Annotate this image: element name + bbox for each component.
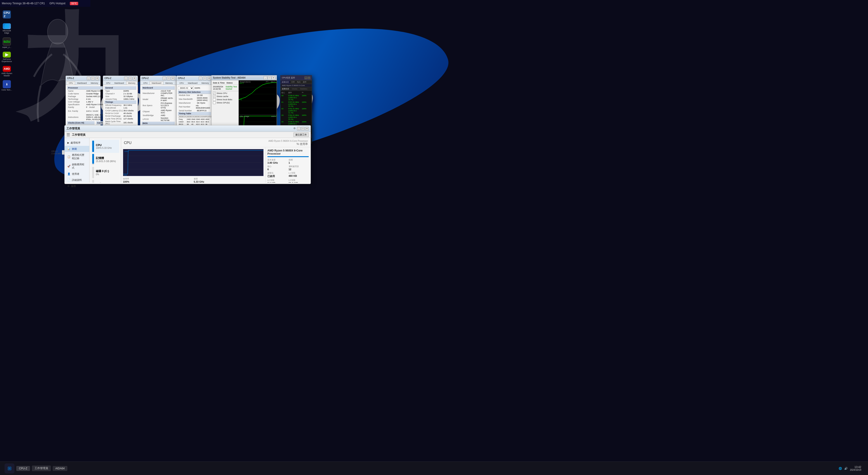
aida-max[interactable]: □ — [268, 76, 271, 80]
cpu-monitor-subheader: 超频信息 Clocks Statistics — [281, 87, 312, 91]
cpuz2-titlebar[interactable]: CPU-Z _ □ × — [103, 76, 138, 81]
cpu-monitor-tab-voltage[interactable]: 电压 — [296, 80, 302, 84]
tm-sidebar-apphistory-label: 應用程式歷程記錄 — [72, 153, 87, 160]
tm-cpu-info-panel: AMD Ryzen 5 9600X 6-Core Processor 基本速度 … — [266, 147, 311, 183]
spec-virtualization: 虛擬化 已啟用 — [268, 172, 288, 178]
cpuz4-tab-cpu[interactable]: CPU — [178, 81, 186, 84]
cpu-monitor-close[interactable]: × — [308, 76, 310, 79]
tm-sidebar-app-history[interactable]: 📋 應用程式歷程記錄 — [65, 152, 89, 161]
tm-resource-memory[interactable]: 記憶體 25.8/31.5 GB (86%) — [91, 153, 119, 166]
tm-cpu-spec-grid: 基本速度 3.80 GHz 插槽 1 核心 6 邏輯處理器 — [268, 159, 309, 183]
tm-resource-disk0[interactable]: 磁碟 0 (C:) 0% — [91, 166, 119, 179]
tm-cpu-title: CPU — [124, 141, 131, 145]
tm-resource-disk1[interactable]: 磁碟 1 (F:) 磁碟 1 — [91, 179, 119, 183]
edge-label: Microsoft Edge — [1, 30, 12, 34]
cpu-monitor-tab-freq[interactable]: 频率 — [302, 80, 308, 84]
cpuz3-tab-memory[interactable]: Memory — [163, 81, 175, 84]
tm-sidebar-startup[interactable]: 🚀 啟動應用程式 — [65, 161, 89, 171]
aida-check-stress-gpu[interactable]: Stress GPU(s) — [212, 101, 239, 104]
cpu-monitor-titlebar[interactable]: CPU信息 监控 _ × — [281, 75, 312, 80]
sidebar-icon-ryzen[interactable]: AMD AMD Ryzen Master — [1, 66, 12, 77]
col-pct: % — [302, 92, 311, 94]
aida-min[interactable]: _ — [264, 76, 267, 80]
cpuz3-close[interactable]: × — [171, 76, 175, 80]
cpuz4-slot-select[interactable]: DDK5 #2 — [178, 86, 194, 90]
cpuz1-titlebar[interactable]: CPU-Z _ □ × — [66, 76, 100, 81]
cpuz1-tab-memory[interactable]: Memory — [89, 81, 100, 84]
cpuz1-close[interactable]: × — [95, 76, 99, 80]
tm-sidebar-users[interactable]: 👤 使用者 — [65, 171, 89, 177]
tm-titlebar[interactable]: 工作管理員 ⚙ _ □ × — [65, 126, 311, 132]
sidebar-icon-cpuz[interactable]: CPUZ — [1, 9, 12, 20]
cpuz3-tab-mainboard[interactable]: Mainboard — [150, 81, 163, 84]
taskbar-item-taskmgr[interactable]: 工作管理員 — [32, 466, 51, 471]
cpuz4-titlebar[interactable]: CPU-Z _ □ × — [177, 76, 212, 81]
taskbar-item-cpuz[interactable]: CPU-Z — [16, 466, 30, 471]
cpuz4-min[interactable]: _ — [199, 76, 202, 80]
aida-titlebar[interactable]: System Stability Test - AIDA64 _ □ × — [212, 75, 277, 80]
taskbar-start-button[interactable]: ⊞ — [4, 464, 14, 473]
sidebar-icon-superzu[interactable]: S/ZU super_z... — [1, 37, 12, 48]
ryzen-label: AMD Ryzen Master — [1, 72, 12, 77]
tm-max[interactable]: □ — [301, 127, 305, 131]
aida-check-stress-cpu[interactable]: Stress CPU — [212, 92, 239, 95]
tm-cpu-usage-graph: 100% 0% — [123, 149, 264, 176]
sidebar-icon-geforce[interactable]: ▶ GeForce Experience — [1, 52, 12, 63]
aida-check-stress-cache[interactable]: Stress cache — [212, 95, 239, 98]
stress-disks-checkbox[interactable] — [213, 98, 216, 101]
cpu-core-row-4: #3 5781.01 MHz (1355.03 x 15.70) 100% — [281, 114, 311, 121]
sidebar-icon-edge[interactable]: 🌐 Microsoft Edge — [1, 23, 12, 34]
tm-close[interactable]: × — [305, 127, 309, 131]
cpuz4-tab-memory[interactable]: Memory — [199, 81, 211, 84]
cpuz1-max[interactable]: □ — [91, 76, 95, 80]
cpuz1-min[interactable]: _ — [87, 76, 90, 80]
cpuz3-titlebar[interactable]: CPU-Z _ □ × — [141, 76, 176, 81]
tm-sidebar-startup-label: 啟動應用程式 — [72, 163, 87, 170]
cpuz2-tab-cpu[interactable]: CPU — [104, 81, 112, 84]
aida-datetime-value: 2019/02/24 13:42:55 — [213, 86, 225, 90]
cpu-monitor-tabs: 超频信息 功率 电压 频率 — [281, 80, 312, 84]
cpu-monitor-min[interactable]: _ — [305, 76, 307, 79]
taskbar-item-aida[interactable]: AIDA64 — [53, 466, 67, 471]
cpuz4-max[interactable]: □ — [203, 76, 207, 80]
resource-disk0-detail: 0% — [96, 173, 109, 176]
tm-sidebar-processes[interactable]: ▶ 處理程序 — [65, 140, 89, 146]
cpuz3-min[interactable]: _ — [162, 76, 166, 80]
cpuz3-bios-header: BIOS — [142, 122, 175, 125]
tm-resource-cpu[interactable]: CPU 100% 5.33 GHz — [91, 140, 119, 153]
cpuz3-tab-cpu[interactable]: CPU — [141, 81, 150, 84]
aida-check-stress-disks[interactable]: Stress local disks — [212, 98, 239, 101]
cpuz4-close[interactable]: × — [207, 76, 211, 80]
tm-new-task-btn[interactable]: 建立新工作 — [293, 133, 309, 137]
tm-min[interactable]: _ — [297, 127, 301, 131]
cpuz1-tab-mainboard[interactable]: Mainboard — [75, 81, 89, 84]
aida-title: System Stability Test - AIDA64 — [213, 76, 264, 79]
cpuz2-close[interactable]: × — [133, 76, 136, 80]
cpuz4-tab-mainboard[interactable]: Mainboard — [186, 81, 199, 84]
sidebar-icon-coretemp[interactable]: 🌡 Core Tem... — [1, 80, 12, 91]
tm-hamburger-icon[interactable]: ☰ — [66, 132, 70, 137]
cpuz1-clocks-header: Clocks (Core #0) — [67, 121, 94, 125]
cpuz2-tab-mainboard[interactable]: Mainboard — [112, 81, 126, 84]
tm-settings-icon[interactable]: ⚙ — [292, 127, 297, 131]
cpuz2-max[interactable]: □ — [128, 76, 132, 80]
cpuz3-mb-header: Mainboard — [142, 86, 175, 90]
spec-l2-cache: L2 快取 6.0 MB — [268, 179, 288, 183]
cpuz1-tab-cpu[interactable]: CPU — [67, 81, 75, 84]
tm-sidebar-services[interactable]: ⚙ 服務 — [65, 183, 89, 189]
tm-sidebar-startup-icon: 🚀 — [67, 165, 70, 168]
cpuz2-min[interactable]: _ — [124, 76, 128, 80]
taskbar-items: ⊞ CPU-Z 工作管理員 AIDA64 — [2, 464, 70, 473]
stress-cache-checkbox[interactable] — [213, 95, 216, 98]
aida-close[interactable]: × — [272, 76, 275, 80]
stress-gpu-checkbox[interactable] — [213, 101, 216, 104]
tm-sidebar-performance[interactable]: 📊 效能 — [65, 146, 89, 152]
cpuz3-max[interactable]: □ — [167, 76, 170, 80]
tm-sidebar-details[interactable]: 📄 詳細資料 — [65, 177, 89, 183]
cpu-monitor-tab-oc[interactable]: 超频信息 — [281, 80, 290, 84]
stress-cpu-checkbox[interactable] — [213, 92, 216, 95]
cpuz2-tab-memory[interactable]: Memory — [126, 81, 138, 84]
memory-bar-container — [92, 154, 94, 165]
cpu-monitor-tab-power[interactable]: 功率 — [290, 80, 296, 84]
aida-temp-graph-label: Temperatures — [240, 81, 251, 83]
